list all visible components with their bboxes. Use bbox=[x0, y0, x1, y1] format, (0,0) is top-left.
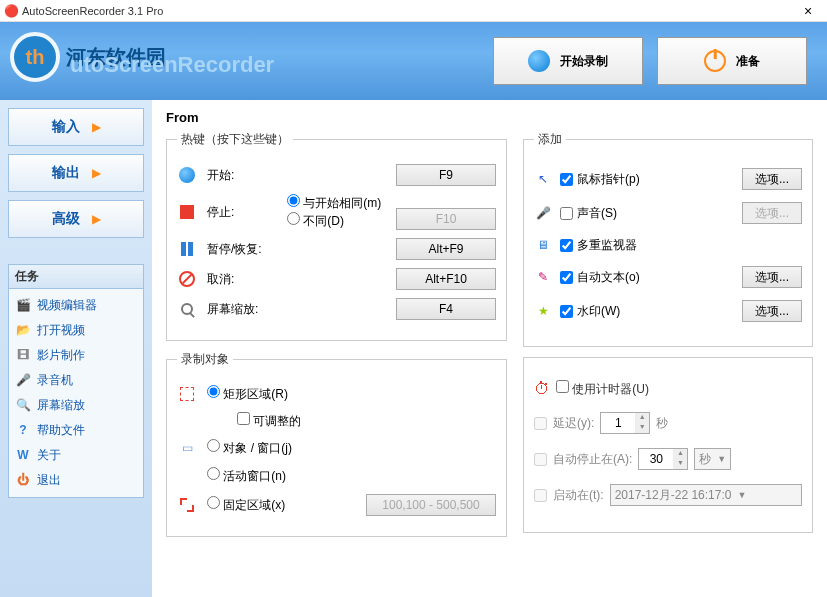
starton-combo[interactable]: 2017-12月-22 16:17:0▼ bbox=[610, 484, 802, 506]
start-key-button[interactable]: F9 bbox=[396, 164, 496, 186]
mic-icon: 🎤 bbox=[534, 204, 552, 222]
task-icon: 🔍 bbox=[15, 398, 31, 414]
rect-icon bbox=[177, 384, 197, 404]
autostop-unit-combo[interactable]: 秒▼ bbox=[694, 448, 731, 470]
nav-input[interactable]: 输入▶ bbox=[8, 108, 144, 146]
start-record-button[interactable]: 开始录制 bbox=[493, 37, 643, 85]
stop-icon bbox=[177, 202, 197, 222]
task-item-2[interactable]: 🎞影片制作 bbox=[13, 343, 139, 368]
task-icon: 🎤 bbox=[15, 373, 31, 389]
task-label: 打开视频 bbox=[37, 322, 85, 339]
sound-checkbox[interactable]: 声音(S) bbox=[560, 205, 734, 222]
titlebar: 🔴 AutoScreenRecorder 3.1 Pro × bbox=[0, 0, 827, 22]
clock-icon: ⏱ bbox=[534, 380, 550, 398]
ready-button[interactable]: 准备 bbox=[657, 37, 807, 85]
nav-advanced[interactable]: 高级▶ bbox=[8, 200, 144, 238]
start-label: 开始: bbox=[207, 167, 277, 184]
autostop-spinner[interactable]: ▲▼ bbox=[638, 448, 688, 470]
task-label: 屏幕缩放 bbox=[37, 397, 85, 414]
task-item-5[interactable]: ?帮助文件 bbox=[13, 418, 139, 443]
obj-radio[interactable]: 对象 / 窗口(j) bbox=[207, 439, 292, 457]
task-icon: 🎬 bbox=[15, 298, 31, 314]
ready-label: 准备 bbox=[736, 53, 760, 70]
task-label: 关于 bbox=[37, 447, 61, 464]
hotkeys-legend: 热键（按下这些键） bbox=[177, 131, 293, 148]
task-label: 影片制作 bbox=[37, 347, 85, 364]
sidebar: 输入▶ 输出▶ 高级▶ 任务 🎬视频编辑器📂打开视频🎞影片制作🎤录音机🔍屏幕缩放… bbox=[0, 100, 152, 597]
cancel-label: 取消: bbox=[207, 271, 277, 288]
task-label: 视频编辑器 bbox=[37, 297, 97, 314]
stop-diff-radio[interactable]: 不同(D) bbox=[287, 214, 344, 228]
autostop-label: 自动停止在(A): bbox=[553, 451, 632, 468]
task-item-7[interactable]: ⏻退出 bbox=[13, 468, 139, 493]
fixed-coords-button[interactable]: 100,100 - 500,500 bbox=[366, 494, 496, 516]
adjustable-checkbox[interactable]: 可调整的 bbox=[237, 412, 301, 430]
watermark-options-button[interactable]: 选项... bbox=[742, 300, 802, 322]
monitor-icon: 🖥 bbox=[534, 236, 552, 254]
window-icon: ▭ bbox=[177, 438, 197, 458]
stop-label: 停止: bbox=[207, 204, 277, 221]
star-icon: ★ bbox=[534, 302, 552, 320]
fixed-icon bbox=[177, 495, 197, 515]
chevron-right-icon: ▶ bbox=[92, 212, 101, 226]
autotext-options-button[interactable]: 选项... bbox=[742, 266, 802, 288]
pointer-checkbox[interactable]: 鼠标指针(p) bbox=[560, 171, 734, 188]
task-icon: 📂 bbox=[15, 323, 31, 339]
close-icon[interactable]: × bbox=[793, 3, 823, 19]
task-icon: 🎞 bbox=[15, 348, 31, 364]
cancel-icon bbox=[177, 269, 197, 289]
zoom-label: 屏幕缩放: bbox=[207, 301, 277, 318]
add-group: 添加 ↖ 鼠标指针(p) 选项... 🎤 声音(S) 选项... 🖥 多重监视器 bbox=[523, 131, 813, 347]
task-item-3[interactable]: 🎤录音机 bbox=[13, 368, 139, 393]
timer-group: ⏱ 使用计时器(U) 延迟(y): ▲▼ 秒 自动停止在(A): ▲▼ 秒▼ bbox=[523, 357, 813, 533]
starton-checkbox bbox=[534, 489, 547, 502]
header: th 河东软件园 utoScreenRecorder 开始录制 准备 bbox=[0, 22, 827, 100]
multi-checkbox[interactable]: 多重监视器 bbox=[560, 237, 802, 254]
task-label: 帮助文件 bbox=[37, 422, 85, 439]
stop-key-button[interactable]: F10 bbox=[396, 208, 496, 230]
task-icon: ⏻ bbox=[15, 473, 31, 489]
pointer-options-button[interactable]: 选项... bbox=[742, 168, 802, 190]
fixed-radio[interactable]: 固定区域(x) bbox=[207, 496, 285, 514]
watermark-checkbox[interactable]: 水印(W) bbox=[560, 303, 734, 320]
task-item-4[interactable]: 🔍屏幕缩放 bbox=[13, 393, 139, 418]
active-radio[interactable]: 活动窗口(n) bbox=[207, 467, 286, 485]
delay-checkbox bbox=[534, 417, 547, 430]
use-timer-checkbox[interactable]: 使用计时器(U) bbox=[556, 380, 649, 398]
autostop-checkbox bbox=[534, 453, 547, 466]
autotext-icon: ✎ bbox=[534, 268, 552, 286]
start-label: 开始录制 bbox=[560, 53, 608, 70]
tasks-panel: 任务 🎬视频编辑器📂打开视频🎞影片制作🎤录音机🔍屏幕缩放?帮助文件W关于⏻退出 bbox=[8, 264, 144, 498]
delay-label: 延迟(y): bbox=[553, 415, 594, 432]
task-item-6[interactable]: W关于 bbox=[13, 443, 139, 468]
record-icon bbox=[528, 50, 550, 72]
starton-label: 启动在(t): bbox=[553, 487, 604, 504]
task-icon: W bbox=[15, 448, 31, 464]
section-title: From bbox=[166, 104, 813, 131]
rect-radio[interactable]: 矩形区域(R) bbox=[207, 385, 288, 403]
chevron-right-icon: ▶ bbox=[92, 120, 101, 134]
hotkeys-group: 热键（按下这些键） 开始: F9 停止: 与开始相同(m) 不同(D) F bbox=[166, 131, 507, 341]
brand-text: utoScreenRecorder bbox=[70, 52, 274, 78]
delay-spinner[interactable]: ▲▼ bbox=[600, 412, 650, 434]
sec-label: 秒 bbox=[656, 415, 668, 432]
autotext-checkbox[interactable]: 自动文本(o) bbox=[560, 269, 734, 286]
nav-output[interactable]: 输出▶ bbox=[8, 154, 144, 192]
stop-same-radio[interactable]: 与开始相同(m) bbox=[287, 196, 381, 210]
power-icon bbox=[704, 50, 726, 72]
pause-label: 暂停/恢复: bbox=[207, 241, 277, 258]
task-label: 录音机 bbox=[37, 372, 73, 389]
zoom-key-button[interactable]: F4 bbox=[396, 298, 496, 320]
cancel-key-button[interactable]: Alt+F10 bbox=[396, 268, 496, 290]
add-legend: 添加 bbox=[534, 131, 566, 148]
main-panel: From 热键（按下这些键） 开始: F9 停止: 与开始相同(m) bbox=[152, 100, 827, 597]
app-icon: 🔴 bbox=[4, 4, 18, 18]
pause-key-button[interactable]: Alt+F9 bbox=[396, 238, 496, 260]
task-icon: ? bbox=[15, 423, 31, 439]
logo-icon: th bbox=[10, 32, 60, 82]
window-title: AutoScreenRecorder 3.1 Pro bbox=[22, 5, 793, 17]
chevron-right-icon: ▶ bbox=[92, 166, 101, 180]
task-item-0[interactable]: 🎬视频编辑器 bbox=[13, 293, 139, 318]
target-legend: 录制对象 bbox=[177, 351, 233, 368]
task-item-1[interactable]: 📂打开视频 bbox=[13, 318, 139, 343]
